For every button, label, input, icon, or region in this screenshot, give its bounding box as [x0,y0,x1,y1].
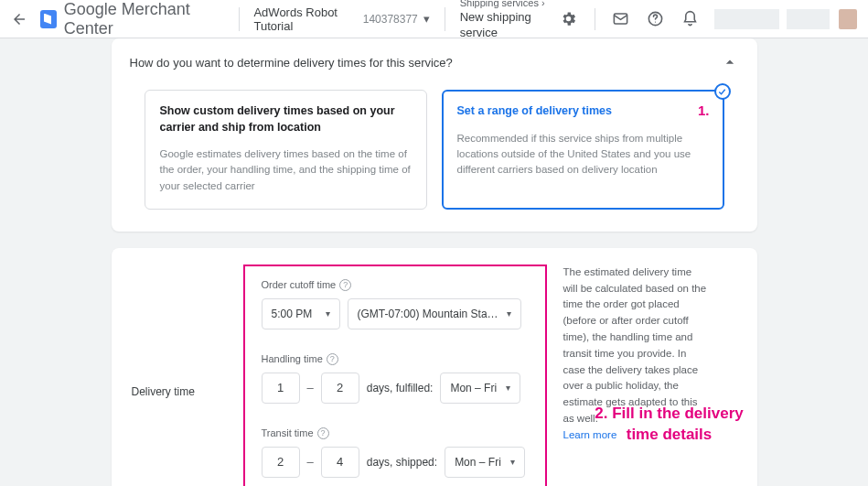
redacted-region [714,9,779,29]
handling-suffix: days, fulfilled: [367,382,434,394]
caret-down-icon: ▾ [510,457,515,467]
gear-icon[interactable] [560,10,578,28]
range-dash: – [307,455,314,469]
collapse-icon[interactable] [721,53,739,71]
account-switcher[interactable]: AdWords Robot Tutorial 140378377 ▾ [253,5,429,33]
main-content: How do you want to determine delivery ti… [0,38,868,486]
avatar[interactable] [839,9,857,29]
redacted-region [787,9,830,29]
help-icon[interactable] [647,10,665,28]
breadcrumb: Shipping services › New shipping service [460,0,560,41]
account-name: AdWords Robot Tutorial [253,5,357,33]
cutoff-label: Order cutoff time ? [262,279,529,291]
section-label: Delivery time [112,265,243,486]
transit-suffix: days, shipped: [367,456,437,469]
merchant-center-logo-icon [40,10,57,28]
delivery-time-card: Delivery time Order cutoff time ? 5:00 P… [112,248,757,486]
app-header: Google Merchant Center AdWords Robot Tut… [0,0,868,38]
handling-max-input[interactable] [321,373,359,404]
highlighted-form-region: Order cutoff time ? 5:00 PM▾ (GMT-07:00)… [243,265,547,486]
divider [595,8,595,30]
transit-days-select[interactable]: Mon – Fri▾ [445,447,525,478]
svg-point-2 [655,21,656,22]
transit-min-input[interactable] [262,447,300,478]
cutoff-time-select[interactable]: 5:00 PM▾ [262,298,340,329]
handling-min-input[interactable] [262,373,300,404]
breadcrumb-parent[interactable]: Shipping services › [460,0,560,10]
handling-days-select[interactable]: Mon – Fri▾ [440,373,520,404]
option-custom-times[interactable]: Show custom delivery times based on your… [145,90,427,210]
transit-label: Transit time ? [262,427,529,439]
breadcrumb-current: New shipping service [460,10,560,41]
caret-down-icon: ▾ [423,12,430,26]
option-title: Set a range of delivery times [457,103,709,120]
mail-icon[interactable] [612,10,630,28]
caret-down-icon: ▾ [506,383,510,393]
option-range-times[interactable]: Set a range of delivery times 1. Recomme… [442,90,724,210]
brand-title: Google Merchant Center [64,0,224,38]
header-actions [560,8,700,30]
divider [239,7,240,31]
annotation-two: 2. Fill in the delivery time details [578,404,761,446]
transit-max-input[interactable] [321,447,359,478]
delivery-info-text: The estimated delivery time will be calc… [547,265,728,486]
option-title: Show custom delivery times based on your… [160,103,412,135]
caret-down-icon: ▾ [507,308,511,319]
caret-down-icon: ▾ [326,308,330,319]
annotation-one: 1. [698,103,710,118]
account-id: 140378377 [363,13,418,26]
delivery-method-card: How do you want to determine delivery ti… [112,38,757,232]
bell-icon[interactable] [681,10,700,28]
help-icon[interactable]: ? [327,353,338,365]
handling-label: Handling time ? [262,353,529,365]
check-icon [714,83,731,100]
range-dash: – [307,381,314,394]
help-icon[interactable]: ? [339,279,351,291]
option-desc: Recommended if this service ships from m… [457,131,709,178]
divider [445,7,445,31]
card-title: How do you want to determine delivery ti… [130,56,453,70]
cutoff-timezone-select[interactable]: (GMT-07:00) Mountain Stand…▾ [348,298,521,329]
back-arrow-icon[interactable] [11,10,27,28]
help-icon[interactable]: ? [317,427,329,439]
option-desc: Google estimates delivery times based on… [160,146,412,194]
